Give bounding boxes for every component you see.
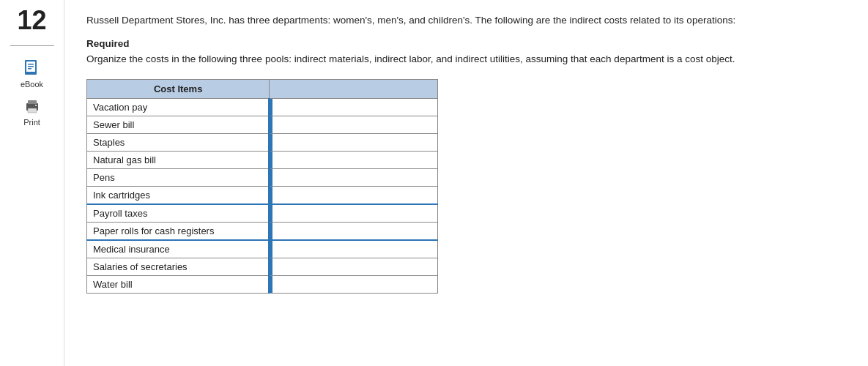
table-row: Payroll taxes xyxy=(87,204,438,223)
print-label: Print xyxy=(23,118,40,127)
cost-item-input[interactable] xyxy=(270,204,438,223)
table-row: Ink cartridges xyxy=(87,186,438,204)
cost-item-label: Vacation pay xyxy=(87,98,270,116)
ebook-icon xyxy=(21,58,42,78)
cost-item-input[interactable] xyxy=(270,240,438,258)
cost-item-label: Paper rolls for cash registers xyxy=(87,222,270,240)
ebook-label: eBook xyxy=(21,80,43,89)
cost-item-input[interactable] xyxy=(270,168,438,186)
problem-text: Russell Department Stores, Inc. has thre… xyxy=(86,13,790,28)
cost-item-input[interactable] xyxy=(270,151,438,168)
cost-item-label: Natural gas bill xyxy=(87,151,270,168)
col-header-cost-items: Cost Items xyxy=(87,79,270,98)
svg-rect-2 xyxy=(28,64,34,65)
cost-item-label: Pens xyxy=(87,168,270,186)
cost-item-input[interactable] xyxy=(270,116,438,133)
table-row: Paper rolls for cash registers xyxy=(87,222,438,240)
print-icon xyxy=(22,96,42,116)
print-button[interactable]: Print xyxy=(22,96,42,127)
required-text: Organize the costs in the following thre… xyxy=(86,52,790,67)
cost-item-label: Ink cartridges xyxy=(87,186,270,204)
cost-item-input[interactable] xyxy=(270,275,438,293)
cost-item-label: Salaries of secretaries xyxy=(87,258,270,275)
svg-rect-7 xyxy=(28,108,37,113)
cost-item-label: Medical insurance xyxy=(87,240,270,258)
table-row: Medical insurance xyxy=(87,240,438,258)
cost-item-input[interactable] xyxy=(270,222,438,240)
svg-rect-3 xyxy=(28,66,34,67)
table-row: Vacation pay xyxy=(87,98,438,116)
problem-number: 12 xyxy=(17,7,46,34)
cost-item-label: Sewer bill xyxy=(87,116,270,133)
cost-item-input[interactable] xyxy=(270,258,438,275)
svg-rect-4 xyxy=(28,68,31,70)
sidebar: 12 eBook Print xyxy=(0,0,64,366)
cost-item-label: Staples xyxy=(87,133,270,151)
ebook-button[interactable]: eBook xyxy=(21,58,43,89)
col-header-input xyxy=(270,79,438,98)
sidebar-divider xyxy=(10,45,54,46)
svg-rect-6 xyxy=(28,100,37,104)
svg-rect-8 xyxy=(35,105,37,106)
cost-item-input[interactable] xyxy=(270,98,438,116)
table-row: Natural gas bill xyxy=(87,151,438,168)
table-row: Water bill xyxy=(87,275,438,293)
table-row: Pens xyxy=(87,168,438,186)
cost-table: Cost Items Vacation paySewer billStaples… xyxy=(86,79,438,294)
cost-item-label: Payroll taxes xyxy=(87,204,270,223)
table-row: Sewer bill xyxy=(87,116,438,133)
cost-item-input[interactable] xyxy=(270,186,438,204)
table-row: Staples xyxy=(87,133,438,151)
required-label: Required xyxy=(86,38,846,49)
main-content: Russell Department Stores, Inc. has thre… xyxy=(64,0,868,366)
table-row: Salaries of secretaries xyxy=(87,258,438,275)
cost-item-input[interactable] xyxy=(270,133,438,151)
cost-item-label: Water bill xyxy=(87,275,270,293)
